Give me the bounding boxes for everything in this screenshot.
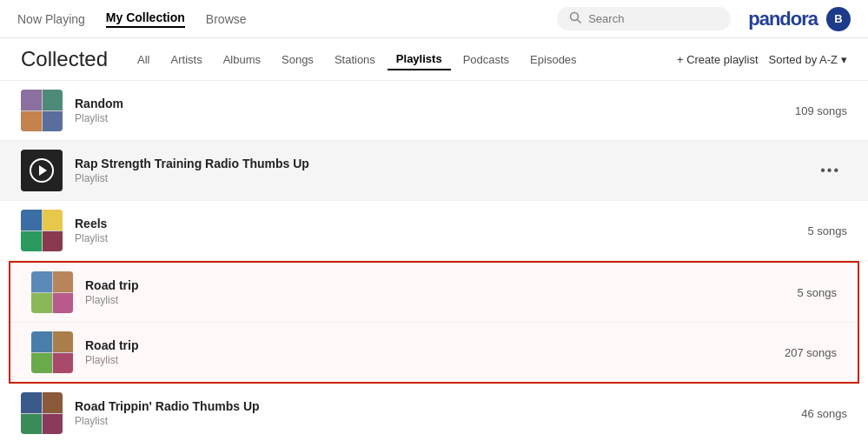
list-item[interactable]: Road trip Playlist 207 songs [10, 323, 858, 382]
svg-line-1 [578, 20, 581, 23]
nav-now-playing[interactable]: Now Playing [17, 12, 85, 26]
right-nav: pandora B [748, 7, 851, 31]
filter-all[interactable]: All [129, 50, 158, 70]
pandora-logo: pandora [748, 8, 818, 30]
sort-button[interactable]: Sorted by A-Z ▾ [769, 53, 847, 66]
playlist-name: Random [75, 97, 795, 110]
playlist-list: Random Playlist 109 songs Rap Strength T… [0, 81, 868, 435]
playlist-info: Rap Strength Training Radio Thumbs Up Pl… [75, 157, 813, 184]
playlist-thumbnail [31, 271, 73, 313]
play-icon [30, 158, 54, 183]
search-input[interactable] [588, 12, 719, 25]
list-item[interactable]: Road Trippin' Radio Thumbs Up Playlist 4… [0, 384, 868, 435]
playlist-meta: 5 songs [797, 286, 837, 299]
playlist-type: Playlist [85, 294, 797, 306]
filter-stations[interactable]: Stations [326, 50, 384, 70]
list-item[interactable]: Rap Strength Training Radio Thumbs Up Pl… [0, 141, 868, 201]
playlist-type: Playlist [85, 354, 785, 366]
list-item[interactable]: Reels Playlist 5 songs [0, 201, 868, 261]
playlist-info: Random Playlist [75, 97, 795, 124]
playlist-type: Playlist [75, 112, 795, 124]
filter-songs[interactable]: Songs [273, 50, 322, 70]
playlist-name: Road trip [85, 338, 785, 352]
playlist-thumbnail [31, 331, 73, 373]
playlist-name: Road trip [85, 278, 797, 292]
playlist-info: Reels Playlist [75, 217, 807, 244]
nav-my-collection[interactable]: My Collection [106, 10, 185, 28]
nav-links: Now Playing My Collection Browse [17, 10, 557, 28]
playlist-info: Road Trippin' Radio Thumbs Up Playlist [75, 399, 801, 427]
playlist-thumbnail [21, 90, 63, 131]
avatar[interactable]: B [826, 7, 851, 31]
playlist-meta: 207 songs [785, 346, 837, 359]
playlist-type: Playlist [75, 415, 801, 427]
sub-header: Collected All Artists Albums Songs Stati… [0, 38, 868, 81]
filter-tabs: All Artists Albums Songs Stations Playli… [129, 49, 677, 70]
playlist-name: Reels [75, 217, 807, 231]
right-actions: + Create playlist Sorted by A-Z ▾ [677, 53, 847, 66]
highlighted-group: Road trip Playlist 5 songs Road trip Pla… [9, 261, 859, 384]
filter-albums[interactable]: Albums [215, 50, 269, 70]
playlist-thumbnail [21, 392, 63, 434]
playlist-meta: 5 songs [807, 224, 847, 237]
search-bar [557, 7, 731, 30]
playlist-meta: 109 songs [795, 104, 847, 117]
top-nav: Now Playing My Collection Browse pandora… [0, 0, 868, 38]
page-title: Collected [21, 47, 108, 71]
playlist-info: Road trip Playlist [85, 338, 785, 366]
nav-browse[interactable]: Browse [206, 12, 247, 26]
list-item[interactable]: Random Playlist 109 songs [0, 81, 868, 141]
list-item[interactable]: Road trip Playlist 5 songs [10, 263, 858, 323]
chevron-down-icon: ▾ [841, 53, 847, 66]
search-icon [569, 11, 581, 26]
playlist-name: Road Trippin' Radio Thumbs Up [75, 399, 801, 413]
filter-podcasts[interactable]: Podcasts [454, 50, 518, 70]
playlist-meta: 46 songs [801, 407, 847, 420]
playlist-thumbnail [21, 150, 63, 191]
filter-episodes[interactable]: Episodes [521, 50, 585, 70]
playlist-name: Rap Strength Training Radio Thumbs Up [75, 157, 813, 170]
sort-label: Sorted by A-Z [769, 53, 838, 66]
playlist-type: Playlist [75, 172, 813, 184]
create-playlist-button[interactable]: + Create playlist [677, 53, 759, 66]
playlist-thumbnail [21, 210, 63, 251]
filter-playlists[interactable]: Playlists [388, 49, 451, 70]
playlist-type: Playlist [75, 232, 807, 244]
more-options-button[interactable]: ••• [813, 159, 847, 182]
filter-artists[interactable]: Artists [162, 50, 211, 70]
playlist-info: Road trip Playlist [85, 278, 797, 306]
